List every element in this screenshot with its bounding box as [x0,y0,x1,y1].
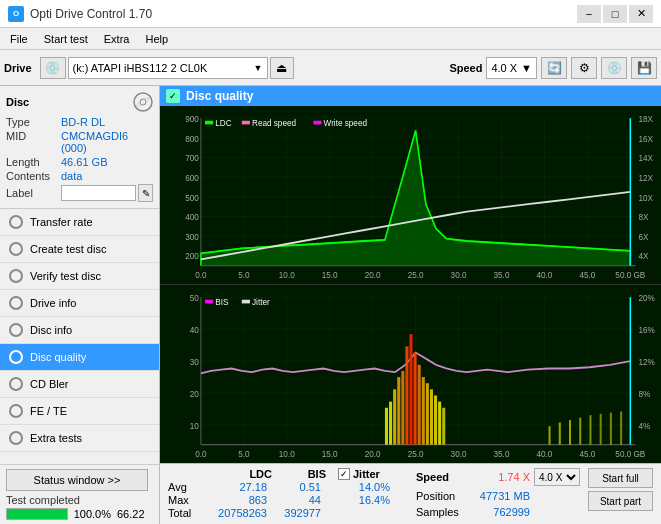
refresh-button[interactable]: 🔄 [541,57,567,79]
disc-info-icon [8,322,24,338]
svg-text:14X: 14X [639,153,654,164]
svg-text:6X: 6X [639,231,649,242]
close-button[interactable]: ✕ [629,5,653,23]
speed-avg-val: 1.74 X [465,471,530,483]
eject-button[interactable]: ⏏ [270,57,294,79]
maximize-button[interactable]: □ [603,5,627,23]
status-text: Test completed [6,494,153,506]
label-edit-button[interactable]: ✎ [138,184,153,202]
jitter-checkbox[interactable]: ✓ [338,468,350,480]
svg-text:600: 600 [185,172,199,183]
svg-text:900: 900 [185,113,199,124]
svg-rect-105 [389,402,392,445]
ldc-header: LDC [202,468,272,480]
svg-text:200: 200 [185,251,199,262]
svg-rect-102 [242,300,250,304]
svg-point-0 [134,93,152,111]
length-value: 46.61 GB [61,156,153,168]
svg-rect-108 [401,371,404,445]
drive-dropdown[interactable]: (k:) ATAPI iHBS112 2 CL0K ▼ [68,57,268,79]
svg-text:Read speed: Read speed [252,117,296,128]
total-bis: 392977 [271,507,321,519]
nav-drive-info[interactable]: Drive info [0,290,159,317]
svg-text:12X: 12X [639,172,654,183]
svg-rect-107 [397,377,400,445]
start-part-button[interactable]: Start part [588,491,653,511]
speed-select[interactable]: 4.0 X [534,468,580,486]
stats-table: LDC BIS ✓ Jitter Avg 27.18 0.51 14.0% Ma… [168,468,398,520]
svg-rect-100 [205,300,213,304]
svg-text:20%: 20% [639,292,655,303]
menu-extra[interactable]: Extra [98,31,136,47]
top-chart: 900 800 700 600 500 400 300 200 18X 16X … [160,106,661,285]
mid-label: MID [6,130,61,154]
create-test-disc-icon [8,241,24,257]
menu-file[interactable]: File [4,31,34,47]
app-icon: O [8,6,24,22]
extra-tests-icon [8,430,24,446]
main-layout: Disc Type BD-R DL MID CMCMAGDI6 (000) L [0,86,661,524]
save-button[interactable]: 💾 [631,57,657,79]
disc-button[interactable]: 💿 [601,57,627,79]
nav-drive-info-label: Drive info [30,297,76,309]
svg-rect-117 [438,402,441,445]
position-label: Position [416,490,461,502]
start-full-button[interactable]: Start full [588,468,653,488]
svg-rect-109 [405,346,408,444]
progress-time: 66.22 [117,508,153,520]
drive-label: Drive [4,62,32,74]
speed-dropdown[interactable]: 4.0 X ▼ [486,57,537,79]
menu-help[interactable]: Help [139,31,174,47]
svg-text:45.0: 45.0 [579,448,595,459]
avg-label: Avg [168,481,198,493]
svg-text:0.0: 0.0 [195,448,206,459]
progress-bar [6,508,68,520]
menu-start-test[interactable]: Start test [38,31,94,47]
svg-text:500: 500 [185,192,199,203]
bottom-chart: 50 40 30 20 10 20% 16% 12% 8% 4% 0.0 5.0… [160,285,661,463]
nav-disc-quality[interactable]: Disc quality [0,344,159,371]
svg-text:8%: 8% [639,388,651,399]
svg-rect-122 [579,418,581,445]
position-val: 47731 MB [465,490,530,502]
svg-text:800: 800 [185,133,199,144]
dq-header-icon: ✓ [166,89,180,103]
svg-rect-118 [442,408,445,445]
nav-cd-bler[interactable]: CD Bler [0,371,159,398]
disc-section-title: Disc [6,96,29,108]
svg-text:Jitter: Jitter [252,296,270,307]
nav-disc-info[interactable]: Disc info [0,317,159,344]
svg-text:16X: 16X [639,133,654,144]
max-jitter: 16.4% [325,494,390,506]
nav-fe-te[interactable]: FE / TE [0,398,159,425]
disc-label-input[interactable] [61,185,136,201]
svg-rect-54 [242,121,250,125]
minimize-button[interactable]: − [577,5,601,23]
svg-text:40: 40 [190,324,199,335]
nav-transfer-rate[interactable]: Transfer rate [0,209,159,236]
start-buttons: Start full Start part [588,468,653,511]
max-bis: 44 [271,494,321,506]
svg-rect-110 [409,334,412,444]
window-controls: − □ ✕ [577,5,653,23]
svg-text:30: 30 [190,356,199,367]
status-window-button[interactable]: Status window >> [6,469,148,491]
nav-extra-tests[interactable]: Extra tests [0,425,159,452]
jitter-header: Jitter [353,468,380,480]
speed-arrow: ▼ [521,62,532,74]
dq-header-title: Disc quality [186,89,253,103]
nav-create-test-disc[interactable]: Create test disc [0,236,159,263]
type-value: BD-R DL [61,116,153,128]
svg-rect-119 [549,426,551,444]
svg-text:300: 300 [185,231,199,242]
settings-button[interactable]: ⚙ [571,57,597,79]
svg-text:40.0: 40.0 [536,448,552,459]
verify-test-disc-icon [8,268,24,284]
svg-text:15.0: 15.0 [322,269,338,280]
contents-value: data [61,170,153,182]
svg-text:10.0: 10.0 [279,269,295,280]
nav-verify-test-disc[interactable]: Verify test disc [0,263,159,290]
title-bar: O Opti Drive Control 1.70 − □ ✕ [0,0,661,28]
status-section: Status window >> Test completed 100.0% 6… [0,464,159,524]
bottom-chart-svg: 50 40 30 20 10 20% 16% 12% 8% 4% 0.0 5.0… [160,285,661,463]
